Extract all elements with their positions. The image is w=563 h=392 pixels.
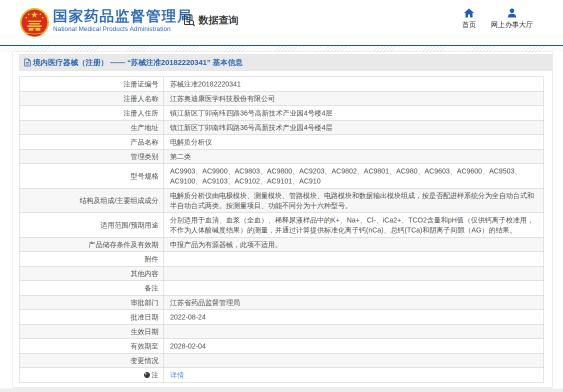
- row-value: [164, 354, 544, 368]
- data-query-icon: [183, 14, 196, 27]
- home-icon: [464, 8, 474, 18]
- table-row: 型号规格AC9903、AC9900、AC9803、AC9800、AC9203、A…: [20, 164, 544, 188]
- data-query-section[interactable]: 数据查询: [183, 14, 238, 27]
- site-title: 国家药品监督管理局: [53, 8, 192, 24]
- brand-text: 国家药品监督管理局 National Medical Products Admi…: [53, 8, 192, 32]
- table-row: 产品储存条件及有效期申报产品为有源器械，此项不适用。: [20, 238, 544, 252]
- table-row: 注册人住所镇江新区丁卯南纬四路36号高新技术产业园4号楼4层: [20, 106, 544, 120]
- page-title: 境内医疗器械（注册） —— “苏械注准20182220341” 基本信息: [33, 58, 242, 68]
- row-value: 苏械注准20182220341: [164, 77, 544, 92]
- table-row: 批准日期2022-08-24: [20, 310, 544, 324]
- row-value: [164, 266, 544, 281]
- row-label: 注册人名称: [20, 92, 164, 106]
- row-label: 结构及组成/主要组成成分: [20, 188, 164, 213]
- table-row: 有效期至2028-02-04: [20, 339, 544, 354]
- table-row: 备注: [20, 281, 544, 296]
- site-header: 国家药品监督管理局 National Medical Products Admi…: [0, 0, 563, 45]
- row-label: 型号规格: [20, 164, 164, 188]
- row-label: 生效日期: [20, 324, 164, 339]
- row-label: 变更情况: [20, 354, 164, 368]
- nav-hall-label: 网上办事大厅: [488, 20, 536, 30]
- content-panel: 境内医疗器械（注册） —— “苏械注准20182220341” 基本信息 注册证…: [12, 52, 552, 388]
- info-table-body: 注册证编号苏械注准20182220341注册人名称江苏奥迪康医学科技股份有限公司…: [20, 77, 544, 382]
- row-value: 详情: [164, 368, 544, 382]
- table-row: 结构及组成/主要组成成分电解质分析仪由电极模块、测量模块、管路模块、电路模块和数…: [20, 188, 544, 213]
- nav-home-label: 首页: [456, 20, 482, 30]
- row-value: [164, 252, 544, 266]
- data-query-label: 数据查询: [198, 14, 238, 27]
- row-value: 申报产品为有源器械，此项不适用。: [164, 238, 544, 252]
- table-row: 适用范围/预期用途分别适用于血清、血浆（全血）、稀释尿液样品中的K+、Na+、C…: [20, 213, 544, 238]
- row-label: 产品储存条件及有效期: [20, 238, 164, 252]
- row-label: 备注: [20, 281, 164, 296]
- row-value: 镇江新区丁卯南纬四路36号高新技术产业园4号楼4层: [164, 120, 544, 135]
- registration-info-table: 注册证编号苏械注准20182220341注册人名称江苏奥迪康医学科技股份有限公司…: [19, 76, 544, 382]
- row-value: 江苏奥迪康医学科技股份有限公司: [164, 92, 544, 106]
- row-label: 批准日期: [20, 310, 164, 324]
- page-title-bar: 境内医疗器械（注册） —— “苏械注准20182220341” 基本信息: [19, 54, 552, 71]
- page-bottom-strip: [0, 388, 563, 392]
- row-label: 审批部门: [20, 296, 164, 310]
- nav-item-online-hall[interactable]: 网上办事大厅: [488, 8, 536, 30]
- row-value: AC9903、AC9900、AC9803、AC9800、AC9203、AC980…: [164, 164, 544, 188]
- table-row: 注册证编号苏械注准20182220341: [20, 77, 544, 92]
- table-row: 生产地址镇江新区丁卯南纬四路36号高新技术产业园4号楼4层: [20, 120, 544, 135]
- row-value: 电解质分析仪: [164, 135, 544, 150]
- row-value: 2022-08-24: [164, 310, 544, 324]
- table-row: 其他内容: [20, 266, 544, 281]
- row-label: 生产地址: [20, 120, 164, 135]
- site-subtitle: National Medical Products Administration: [53, 26, 192, 32]
- table-row: 附件: [20, 252, 544, 266]
- table-row: 变更情况: [20, 354, 544, 368]
- row-label: 产品名称: [20, 135, 164, 150]
- row-value: [164, 281, 544, 296]
- row-value: 2028-02-04: [164, 339, 544, 354]
- row-label: 适用范围/预期用途: [20, 213, 164, 238]
- document-icon: [24, 58, 31, 66]
- note-balloon-icon: [144, 372, 150, 378]
- row-label: 注册证编号: [20, 77, 164, 92]
- table-row: 管理类别第二类: [20, 150, 544, 164]
- table-row: 审批部门江苏省药品监督管理局: [20, 296, 544, 310]
- national-emblem-logo: [19, 6, 50, 39]
- row-value: 江苏省药品监督管理局: [164, 296, 544, 310]
- table-row: 产品名称电解质分析仪: [20, 135, 544, 150]
- row-label: 注: [20, 368, 164, 382]
- details-link[interactable]: 详情: [170, 371, 184, 379]
- row-value: 电解质分析仪由电极模块、测量模块、管路模块、电路模块和数据输出模块组成，按是否配…: [164, 188, 544, 213]
- table-row: 注详情: [20, 368, 544, 382]
- row-value: 镇江新区丁卯南纬四路36号高新技术产业园4号楼4层: [164, 106, 544, 120]
- row-value: 第二类: [164, 150, 544, 164]
- table-row: 生效日期: [20, 324, 544, 339]
- row-value: 分别适用于血清、血浆（全血）、稀释尿液样品中的K+、Na+、Cl-、iCa2+、…: [164, 213, 544, 238]
- user-icon: [506, 8, 518, 18]
- row-label: 其他内容: [20, 266, 164, 281]
- hatched-strip: [0, 46, 563, 52]
- table-row: 注册人名称江苏奥迪康医学科技股份有限公司: [20, 92, 544, 106]
- row-label: 附件: [20, 252, 164, 266]
- row-label: 注册人住所: [20, 106, 164, 120]
- row-value: [164, 324, 544, 339]
- row-label: 管理类别: [20, 150, 164, 164]
- row-label: 有效期至: [20, 339, 164, 354]
- nav-item-home[interactable]: 首页: [456, 8, 482, 30]
